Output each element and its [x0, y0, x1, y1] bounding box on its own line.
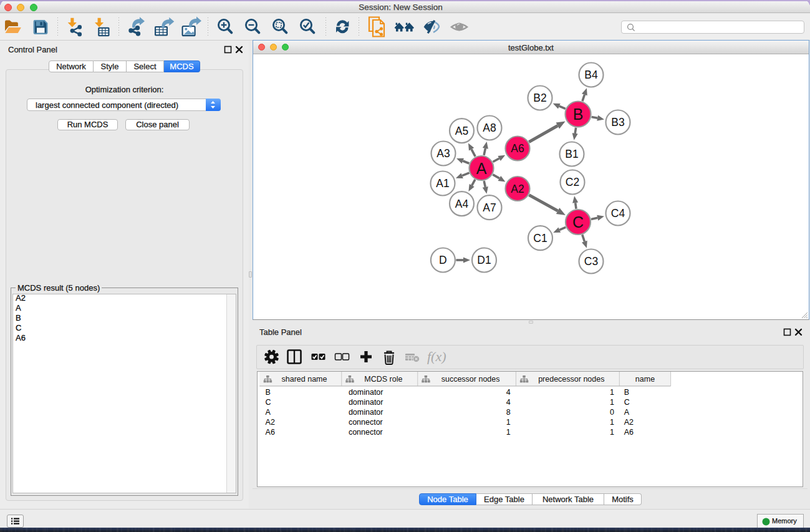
svg-text:1: 1	[610, 388, 614, 397]
svg-text:name: name	[635, 375, 655, 384]
svg-text:A4: A4	[455, 198, 469, 210]
svg-text:1: 1	[506, 418, 511, 427]
svg-text:A: A	[476, 160, 487, 177]
svg-text:C1: C1	[533, 232, 547, 244]
svg-text:A6: A6	[266, 428, 275, 437]
svg-text:B4: B4	[584, 69, 598, 81]
svg-text:4: 4	[506, 398, 511, 407]
svg-text:B1: B1	[565, 148, 578, 160]
svg-text:C4: C4	[611, 207, 625, 220]
svg-text:A8: A8	[483, 122, 496, 134]
svg-text:A2: A2	[624, 418, 634, 427]
svg-text:B3: B3	[611, 116, 624, 128]
svg-text:connector: connector	[349, 428, 383, 437]
svg-text:A3: A3	[436, 147, 450, 160]
svg-text:A2: A2	[511, 183, 524, 195]
svg-text:B2: B2	[533, 92, 546, 104]
svg-text:1: 1	[610, 428, 614, 437]
svg-text:B: B	[266, 388, 271, 397]
svg-text:C: C	[572, 213, 584, 231]
svg-text:f(x): f(x)	[427, 349, 446, 364]
svg-text:shared name: shared name	[282, 375, 327, 384]
svg-text:C2: C2	[566, 176, 579, 188]
svg-text:dominator: dominator	[349, 388, 383, 397]
svg-text:A1: A1	[436, 177, 449, 190]
svg-text:C: C	[266, 398, 271, 407]
svg-text:4: 4	[506, 388, 511, 397]
svg-text:1: 1	[506, 428, 511, 437]
svg-text:D1: D1	[477, 254, 491, 266]
svg-text:B: B	[624, 388, 629, 397]
svg-text:A: A	[266, 408, 271, 417]
svg-text:0: 0	[610, 408, 614, 417]
svg-text:D: D	[439, 254, 447, 266]
svg-text:1: 1	[610, 418, 614, 427]
svg-text:predecessor nodes: predecessor nodes	[538, 375, 604, 384]
svg-text:A7: A7	[483, 201, 496, 214]
svg-text:dominator: dominator	[349, 408, 383, 417]
svg-text:A: A	[624, 408, 630, 417]
svg-text:A5: A5	[455, 125, 468, 137]
svg-text:C3: C3	[584, 255, 598, 268]
svg-text:C: C	[624, 398, 630, 407]
svg-text:B: B	[573, 105, 584, 123]
svg-text:MCDS role: MCDS role	[364, 375, 402, 384]
svg-text:dominator: dominator	[349, 398, 383, 407]
svg-text:successor nodes: successor nodes	[441, 375, 500, 384]
svg-text:A6: A6	[511, 142, 524, 155]
svg-text:connector: connector	[349, 418, 383, 427]
svg-text:8: 8	[506, 408, 511, 417]
svg-text:A6: A6	[624, 428, 634, 437]
svg-text:A2: A2	[266, 418, 275, 427]
svg-text:1: 1	[610, 398, 614, 407]
